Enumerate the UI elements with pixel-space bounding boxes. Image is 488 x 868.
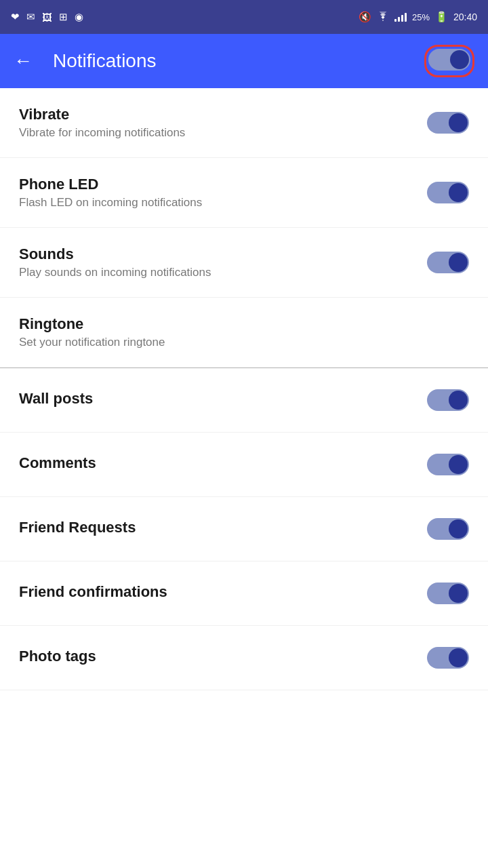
comments-text: Comments: [19, 454, 427, 475]
friend-requests-text: Friend Requests: [19, 519, 427, 539]
sounds-title: Sounds: [19, 245, 427, 263]
friend-confirmations-toggle-knob: [449, 584, 468, 603]
ringtone-title: Ringtone: [19, 315, 469, 333]
friend-confirmations-toggle[interactable]: [427, 583, 469, 604]
image-icon: 🖼: [42, 12, 52, 23]
friend-confirmations-title: Friend confirmations: [19, 583, 427, 601]
vibrate-toggle-knob: [449, 113, 468, 132]
photo-tags-text: Photo tags: [19, 648, 427, 668]
back-button[interactable]: ←: [14, 50, 33, 72]
clock: 20:40: [453, 12, 477, 22]
master-toggle-highlight: [424, 45, 474, 77]
wall-posts-text: Wall posts: [19, 390, 427, 410]
toggle-knob: [450, 50, 469, 69]
sounds-subtitle: Play sounds on incoming notifications: [19, 266, 427, 279]
pinterest-icon: ❤: [11, 11, 20, 23]
comments-title: Comments: [19, 454, 427, 472]
photo-tags-item: Photo tags: [0, 626, 488, 690]
wall-posts-item: Wall posts: [0, 368, 488, 433]
page-title: Notifications: [53, 50, 424, 72]
settings-list: Vibrate Vibrate for incoming notificatio…: [0, 88, 488, 690]
phone-led-text: Phone LED Flash LED on incoming notifica…: [19, 176, 427, 210]
tablet-icon: ⊞: [59, 11, 68, 23]
wall-posts-toggle-knob: [449, 391, 468, 410]
comments-toggle-knob: [449, 455, 468, 474]
photo-tags-title: Photo tags: [19, 648, 427, 665]
sounds-toggle[interactable]: [427, 252, 469, 273]
battery-percentage: 25%: [412, 12, 430, 22]
sounds-text: Sounds Play sounds on incoming notificat…: [19, 245, 427, 279]
phone-led-toggle-knob: [449, 183, 468, 202]
photo-tags-toggle-knob: [449, 648, 468, 667]
phone-led-toggle[interactable]: [427, 182, 469, 203]
friend-confirmations-item: Friend confirmations: [0, 561, 488, 626]
vibrate-item: Vibrate Vibrate for incoming notificatio…: [0, 88, 488, 158]
phone-led-title: Phone LED: [19, 176, 427, 193]
sounds-toggle-knob: [449, 253, 468, 272]
vibrate-text: Vibrate Vibrate for incoming notificatio…: [19, 106, 427, 140]
friend-requests-toggle-knob: [449, 519, 468, 538]
battery-icon: 🔋: [435, 11, 448, 23]
friend-requests-item: Friend Requests: [0, 497, 488, 561]
wifi-icon: [377, 12, 389, 23]
phone-led-subtitle: Flash LED on incoming notifications: [19, 196, 427, 210]
wall-posts-toggle[interactable]: [427, 389, 469, 411]
vibrate-title: Vibrate: [19, 106, 427, 123]
ringtone-text: Ringtone Set your notification ringtone: [19, 315, 469, 349]
phone-led-item: Phone LED Flash LED on incoming notifica…: [0, 158, 488, 228]
status-bar-left-icons: ❤ ✉ 🖼 ⊞ ◉: [11, 11, 83, 23]
friend-confirmations-text: Friend confirmations: [19, 583, 427, 604]
status-bar-right-icons: 🔇 25% 🔋 20:40: [359, 11, 477, 23]
ringtone-subtitle: Set your notification ringtone: [19, 336, 469, 349]
vodafone-icon: ◉: [75, 11, 83, 23]
comments-item: Comments: [0, 433, 488, 497]
status-bar: ❤ ✉ 🖼 ⊞ ◉ 🔇 25% 🔋 20:40: [0, 0, 488, 34]
comments-toggle[interactable]: [427, 454, 469, 475]
photo-tags-toggle[interactable]: [427, 647, 469, 669]
ringtone-item[interactable]: Ringtone Set your notification ringtone: [0, 298, 488, 368]
vibrate-subtitle: Vibrate for incoming notifications: [19, 126, 427, 140]
wall-posts-title: Wall posts: [19, 390, 427, 408]
friend-requests-title: Friend Requests: [19, 519, 427, 536]
signal-icon: [394, 12, 407, 22]
mail-icon: ✉: [26, 11, 35, 23]
friend-requests-toggle[interactable]: [427, 518, 469, 540]
vibrate-toggle[interactable]: [427, 112, 469, 134]
app-bar: ← Notifications: [0, 34, 488, 88]
master-notifications-toggle[interactable]: [428, 49, 470, 71]
mute-icon: 🔇: [359, 11, 371, 23]
sounds-item: Sounds Play sounds on incoming notificat…: [0, 228, 488, 298]
